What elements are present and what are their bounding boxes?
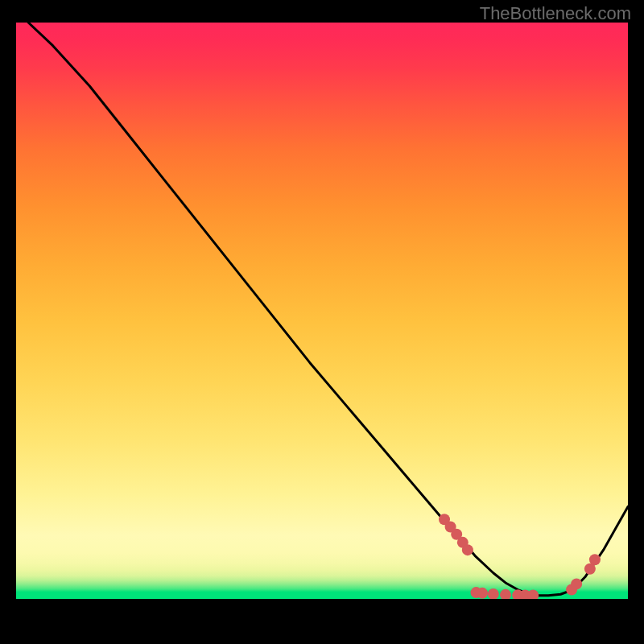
highlight-dot	[477, 588, 488, 599]
highlight-dots-group	[439, 514, 601, 599]
right-border	[628, 23, 644, 599]
highlight-dot	[462, 544, 473, 555]
plot-area	[16, 23, 628, 599]
highlight-dot	[589, 554, 601, 565]
bottom-border	[0, 599, 644, 644]
watermark-text: TheBottleneck.com	[480, 3, 631, 24]
bottleneck-curve	[28, 23, 628, 596]
chart-container: TheBottleneck.com	[0, 0, 644, 644]
highlight-dot	[527, 590, 539, 599]
highlight-dot	[500, 589, 511, 599]
highlight-dot	[488, 588, 499, 599]
highlight-dot	[571, 578, 582, 589]
